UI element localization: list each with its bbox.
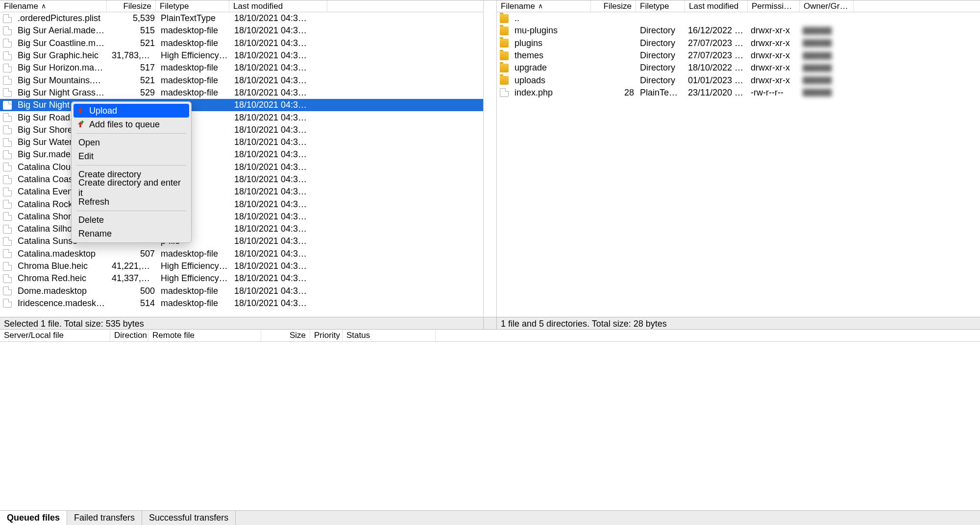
file-row[interactable]: index.php28PlainTextT…23/11/2020 1…-rw-r… <box>497 87 980 99</box>
file-icon <box>3 64 12 72</box>
col-filetype[interactable]: Filetype <box>636 0 685 12</box>
col-lastmodified[interactable]: Last modified <box>685 0 748 12</box>
cell-size: 28 <box>593 88 637 98</box>
cell-size: 507 <box>109 249 158 259</box>
menu-label: Add files to queue <box>89 119 160 130</box>
cell-mod: 18/10/2021 04:3… <box>231 63 329 73</box>
cell-perm: -rw-r--r-- <box>748 88 800 98</box>
upload-icon <box>75 106 85 116</box>
cell-perm: drwxr-xr-x <box>748 63 800 73</box>
tab-queued-files[interactable]: Queued files <box>0 511 67 525</box>
cell-mod: 18/10/2021 04:3… <box>231 125 329 135</box>
file-row[interactable]: Big Sur Aerial.mades…515madesktop-file18… <box>0 24 483 37</box>
menu-create-directory-and-enter-it[interactable]: Create directory and enter it <box>72 181 191 195</box>
cell-size: 521 <box>109 75 158 86</box>
cell-mod: 01/01/2023 0… <box>685 75 748 86</box>
menu-add-files-to-queue[interactable]: Add files to queue <box>72 118 191 131</box>
cell-type: madesktop-file <box>158 249 231 259</box>
cell-size: 529 <box>109 88 158 98</box>
file-row[interactable]: Big Sur Night Grasses..529madesktop-file… <box>0 87 483 99</box>
qh-priority[interactable]: Priority <box>310 330 343 341</box>
menu-label: Refresh <box>78 197 109 207</box>
queue-body[interactable] <box>0 342 980 510</box>
qh-status[interactable]: Status <box>343 330 436 341</box>
file-row[interactable]: Big Sur Mountains.m…521madesktop-file18/… <box>0 74 483 86</box>
cell-mod: 18/10/2022 0… <box>685 63 748 73</box>
tab-failed-transfers[interactable]: Failed transfers <box>67 511 142 525</box>
cell-mod: 18/10/2021 04:3… <box>231 174 329 185</box>
file-icon <box>3 76 12 85</box>
cell-type: High Efficiency I… <box>158 50 231 61</box>
file-row[interactable]: pluginsDirectory27/07/2023 0…drwxr-xr-x█… <box>497 37 980 49</box>
pane-divider[interactable] <box>484 0 496 317</box>
file-row[interactable]: mu-pluginsDirectory16/12/2022 0…drwxr-xr… <box>497 24 980 37</box>
folder-icon <box>500 39 509 48</box>
file-row[interactable]: Big Sur Horizon.mad…517madesktop-file18/… <box>0 62 483 74</box>
file-icon <box>3 113 12 122</box>
qh-direction[interactable]: Direction <box>110 330 148 341</box>
file-icon <box>3 88 12 97</box>
transfer-tabs: Queued filesFailed transfersSuccessful t… <box>0 510 980 525</box>
file-row[interactable]: Iridescence.madeskt…514madesktop-file18/… <box>0 297 483 310</box>
menu-label: Create directory and enter it <box>78 178 184 198</box>
folder-icon <box>500 51 509 60</box>
remote-file-list[interactable]: ..mu-pluginsDirectory16/12/2022 0…drwxr-… <box>497 12 980 317</box>
cell-name: uploads <box>512 75 593 86</box>
menu-upload[interactable]: Upload <box>74 104 189 118</box>
cell-type: madesktop-file <box>158 286 231 296</box>
cell-mod: 18/10/2021 04:3… <box>231 149 329 160</box>
qh-size[interactable]: Size <box>261 330 310 341</box>
col-lastmodified[interactable]: Last modified <box>229 0 327 12</box>
file-icon <box>3 150 12 159</box>
col-filetype[interactable]: Filetype <box>156 0 229 12</box>
file-row[interactable]: Dome.madesktop500madesktop-file18/10/202… <box>0 285 483 297</box>
cell-type: madesktop-file <box>158 75 231 86</box>
menu-edit[interactable]: Edit <box>72 149 191 163</box>
file-row[interactable]: Catalina.madesktop507madesktop-file18/10… <box>0 248 483 260</box>
cell-mod: 18/10/2021 04:3… <box>231 162 329 172</box>
qh-file[interactable]: Server/Local file <box>0 330 110 341</box>
remote-column-headers: Filename Filesize Filetype Last modified… <box>497 0 980 12</box>
local-pane: Filename Filesize Filetype Last modified… <box>0 0 484 317</box>
cell-mod: 18/10/2021 04:3… <box>231 137 329 147</box>
file-row[interactable]: upgradeDirectory18/10/2022 0…drwxr-xr-x█… <box>497 62 980 74</box>
file-row[interactable]: Chroma Blue.heic41,221,497High Efficienc… <box>0 260 483 272</box>
qh-remote[interactable]: Remote file <box>148 330 261 341</box>
cell-mod: 27/07/2023 0… <box>685 50 748 61</box>
col-permissions[interactable]: Permissions <box>748 0 800 12</box>
cell-name: Big Sur Mountains.m… <box>15 75 109 86</box>
file-row[interactable]: .orderedPictures.plist5,539PlainTextType… <box>0 12 483 24</box>
file-row[interactable]: Big Sur Coastline.ma…521madesktop-file18… <box>0 37 483 49</box>
file-icon <box>3 200 12 209</box>
col-filesize[interactable]: Filesize <box>107 0 156 12</box>
cell-type: madesktop-file <box>158 25 231 36</box>
file-icon <box>3 262 12 271</box>
local-status: Selected 1 file. Total size: 535 bytes <box>0 317 484 329</box>
tab-successful-transfers[interactable]: Successful transfers <box>142 511 236 525</box>
cell-mod: 18/10/2021 04:3… <box>231 113 329 123</box>
col-filename[interactable]: Filename <box>0 0 107 12</box>
cell-name: Big Sur Horizon.mad… <box>15 63 109 73</box>
menu-delete[interactable]: Delete <box>72 213 191 227</box>
local-column-headers: Filename Filesize Filetype Last modified <box>0 0 483 12</box>
cell-mod: 18/10/2021 04:3… <box>231 25 329 36</box>
col-owner[interactable]: Owner/Group <box>800 0 854 12</box>
file-row[interactable]: uploadsDirectory01/01/2023 0…drwxr-xr-x█… <box>497 74 980 86</box>
file-row[interactable]: Chroma Red.heic41,337,084High Efficiency… <box>0 272 483 285</box>
menu-open[interactable]: Open <box>72 136 191 149</box>
cell-mod: 16/12/2022 0… <box>685 25 748 36</box>
file-row[interactable]: Big Sur Graphic.heic31,783,920High Effic… <box>0 49 483 62</box>
file-icon <box>3 188 12 196</box>
col-filesize[interactable]: Filesize <box>591 0 636 12</box>
menu-label: Edit <box>78 151 94 162</box>
file-row[interactable]: .. <box>497 12 980 24</box>
menu-label: Open <box>78 138 100 148</box>
file-icon <box>3 175 12 184</box>
cell-mod: 18/10/2021 04:3… <box>231 100 329 110</box>
cell-type: PlainTextType <box>158 13 231 24</box>
col-filename[interactable]: Filename <box>497 0 591 12</box>
menu-rename[interactable]: Rename <box>72 227 191 240</box>
cell-owner: ██████ <box>800 89 854 96</box>
file-row[interactable]: themesDirectory27/07/2023 0…drwxr-xr-x██… <box>497 49 980 62</box>
file-icon <box>3 26 12 35</box>
